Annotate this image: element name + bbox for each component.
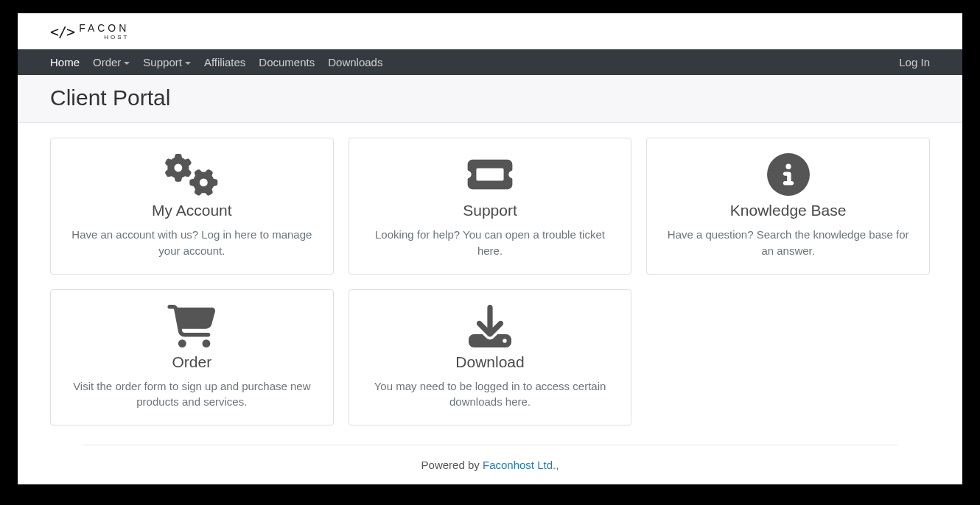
chevron-down-icon: [185, 62, 191, 65]
gears-icon: [64, 152, 320, 197]
card-desc: Have a question? Search the knowledge ba…: [660, 227, 916, 259]
cart-icon: [64, 303, 320, 349]
card-support[interactable]: Support Looking for help? You can open a…: [349, 138, 632, 275]
logo-bar: </> FACON HOST: [18, 13, 962, 49]
nav-documents[interactable]: Documents: [259, 56, 315, 68]
logo-sub: HOST: [79, 35, 129, 40]
card-title: Support: [363, 202, 618, 219]
card-my-account[interactable]: My Account Have an account with us? Log …: [50, 138, 334, 275]
card-title: My Account: [64, 202, 320, 219]
nav-support[interactable]: Support: [143, 56, 191, 68]
nav-downloads[interactable]: Downloads: [328, 56, 382, 68]
card-desc: Have an account with us? Log in here to …: [64, 227, 320, 259]
card-download[interactable]: Download You may need to be logged in to…: [349, 289, 632, 426]
chevron-down-icon: [124, 62, 130, 65]
cards-grid: My Account Have an account with us? Log …: [50, 138, 930, 425]
card-desc: Visit the order form to sign up and purc…: [64, 378, 320, 411]
ticket-icon: [363, 152, 618, 197]
page-header: Client Portal: [18, 75, 962, 123]
brand-logo[interactable]: </> FACON HOST: [50, 23, 129, 40]
nav-order[interactable]: Order: [93, 56, 130, 68]
nav-login[interactable]: Log In: [899, 56, 930, 68]
nav-home[interactable]: Home: [50, 56, 80, 68]
logo-brand: FACON: [79, 23, 129, 33]
nav-affiliates[interactable]: Affiliates: [204, 56, 245, 68]
download-icon: [363, 303, 618, 349]
card-title: Knowledge Base: [660, 202, 916, 219]
main-navbar: Home Order Support Affiliates Documents: [18, 49, 962, 75]
info-icon: [660, 152, 916, 197]
footer-prefix: Powered by: [421, 459, 483, 471]
card-desc: Looking for help? You can open a trouble…: [363, 227, 618, 259]
card-title: Download: [363, 353, 618, 371]
card-title: Order: [64, 353, 320, 371]
card-order[interactable]: Order Visit the order form to sign up an…: [50, 289, 334, 426]
code-brackets-icon: </>: [50, 23, 74, 40]
footer-link[interactable]: Faconhost Ltd.,: [483, 459, 559, 471]
page-title: Client Portal: [50, 85, 930, 110]
card-knowledge-base[interactable]: Knowledge Base Have a question? Search t…: [646, 138, 930, 275]
card-desc: You may need to be logged in to access c…: [363, 378, 618, 411]
footer: Powered by Faconhost Ltd.,: [83, 445, 897, 484]
